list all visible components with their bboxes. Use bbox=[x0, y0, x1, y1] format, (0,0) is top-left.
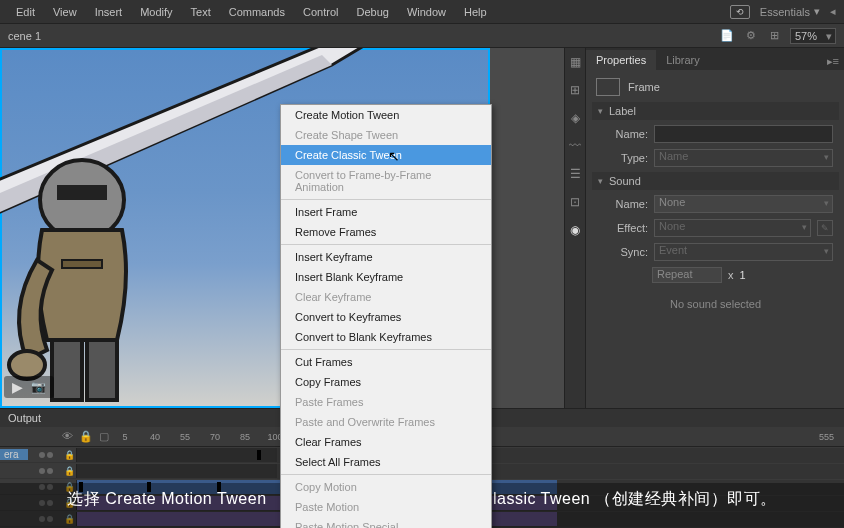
context-menu-separator bbox=[281, 199, 491, 200]
menu-commands[interactable]: Commands bbox=[221, 3, 293, 21]
section-label[interactable]: Label bbox=[592, 102, 839, 120]
context-menu-item[interactable]: Create Classic Tween bbox=[281, 145, 491, 165]
context-menu-item[interactable]: Convert to Keyframes bbox=[281, 307, 491, 327]
dock-icon-6[interactable]: ⊡ bbox=[565, 192, 585, 212]
scene-bar: cene 1 📄 ⚙ ⊞ 57% bbox=[0, 24, 844, 48]
context-menu-item: Paste Motion bbox=[281, 497, 491, 517]
menu-items: Edit View Insert Modify Text Commands Co… bbox=[8, 3, 495, 21]
scene-name[interactable]: cene 1 bbox=[8, 30, 41, 42]
label-name-row: Name: bbox=[592, 122, 839, 146]
menu-right: ⟲ Essentials ▾ ◂ bbox=[730, 5, 836, 19]
context-menu-item[interactable]: Insert Keyframe bbox=[281, 247, 491, 267]
effect-edit-icon[interactable]: ✎ bbox=[817, 220, 833, 236]
context-menu-item: Convert to Frame-by-Frame Animation bbox=[281, 165, 491, 197]
menu-debug[interactable]: Debug bbox=[348, 3, 396, 21]
ruler-mark: 85 bbox=[230, 432, 260, 442]
layer-name[interactable]: era bbox=[0, 449, 28, 460]
context-menu-item: Create Shape Tween bbox=[281, 125, 491, 145]
dock-icon-2[interactable]: ⊞ bbox=[565, 80, 585, 100]
menu-control[interactable]: Control bbox=[295, 3, 346, 21]
context-menu: Create Motion TweenCreate Shape TweenCre… bbox=[280, 104, 492, 528]
tab-library[interactable]: Library bbox=[656, 50, 710, 70]
label-type-row: Type: Name bbox=[592, 146, 839, 170]
context-menu-separator bbox=[281, 474, 491, 475]
edit-symbol-icon[interactable]: ⚙ bbox=[742, 28, 760, 44]
label-type-select[interactable]: Name bbox=[654, 149, 833, 167]
sound-sync-select[interactable]: Event bbox=[654, 243, 833, 261]
context-menu-separator bbox=[281, 349, 491, 350]
context-menu-item[interactable]: Create Motion Tween bbox=[281, 105, 491, 125]
workspace-selector[interactable]: Essentials ▾ bbox=[760, 5, 820, 18]
sound-name-row: Name: None bbox=[592, 192, 839, 216]
dock-icon-cc[interactable]: ◉ bbox=[565, 220, 585, 240]
ruler-mark: 5 bbox=[110, 432, 140, 442]
menu-window[interactable]: Window bbox=[399, 3, 454, 21]
sound-repeat-row: Repeat x 1 bbox=[592, 264, 839, 286]
knight-artwork bbox=[0, 150, 162, 408]
section-sound[interactable]: Sound bbox=[592, 172, 839, 190]
context-menu-item[interactable]: Select All Frames bbox=[281, 452, 491, 472]
sound-name-select[interactable]: None bbox=[654, 195, 833, 213]
fit-icon[interactable]: ⊞ bbox=[766, 28, 784, 44]
menu-view[interactable]: View bbox=[45, 3, 85, 21]
dock-icon-strip: ▦ ⊞ ◈ 〰 ☰ ⊡ ◉ bbox=[565, 48, 586, 408]
ruler-mark: 40 bbox=[140, 432, 170, 442]
dock-icon-4[interactable]: 〰 bbox=[565, 136, 585, 156]
menu-bar: Edit View Insert Modify Text Commands Co… bbox=[0, 0, 844, 24]
sound-sync-label: Sync: bbox=[598, 246, 648, 258]
frame-icon bbox=[596, 78, 620, 96]
repeat-count[interactable]: 1 bbox=[740, 269, 746, 281]
context-menu-item[interactable]: Cut Frames bbox=[281, 352, 491, 372]
ruler-mark: 55 bbox=[170, 432, 200, 442]
lock-icon[interactable]: 🔒 bbox=[64, 466, 76, 476]
tab-properties[interactable]: Properties bbox=[586, 50, 656, 70]
camera-icon[interactable]: 📷 bbox=[31, 380, 46, 394]
repeat-x-label: x bbox=[728, 269, 734, 281]
context-menu-item[interactable]: Convert to Blank Keyframes bbox=[281, 327, 491, 347]
sound-effect-select[interactable]: None bbox=[654, 219, 811, 237]
zoom-select[interactable]: 57% bbox=[790, 28, 836, 44]
menu-text[interactable]: Text bbox=[183, 3, 219, 21]
svg-point-4 bbox=[9, 351, 45, 379]
context-menu-item[interactable]: Copy Frames bbox=[281, 372, 491, 392]
context-menu-item[interactable]: Remove Frames bbox=[281, 222, 491, 242]
context-menu-item: Paste Motion Special... bbox=[281, 517, 491, 528]
menu-modify[interactable]: Modify bbox=[132, 3, 180, 21]
label-type-label: Type: bbox=[598, 152, 648, 164]
context-menu-item: Clear Keyframe bbox=[281, 287, 491, 307]
object-type-row: Frame bbox=[592, 74, 839, 100]
sound-effect-label: Effect: bbox=[598, 222, 648, 234]
menu-edit[interactable]: Edit bbox=[8, 3, 43, 21]
ruler-right: 555 bbox=[819, 432, 834, 442]
context-menu-item[interactable]: Insert Frame bbox=[281, 202, 491, 222]
sync-settings-icon[interactable]: ⟲ bbox=[730, 5, 750, 19]
lock-icon[interactable]: 🔒 bbox=[64, 450, 76, 460]
edit-scene-icon[interactable]: 📄 bbox=[718, 28, 736, 44]
stage-play-controls: ▶ 📷 bbox=[4, 376, 54, 398]
ruler-mark: 70 bbox=[200, 432, 230, 442]
label-name-input[interactable] bbox=[654, 125, 833, 143]
panel-tabs: Properties Library ▸≡ bbox=[586, 48, 844, 70]
dock-icon-5[interactable]: ☰ bbox=[565, 164, 585, 184]
no-sound-label: No sound selected bbox=[592, 298, 839, 310]
search-toggle[interactable]: ◂ bbox=[830, 5, 836, 18]
play-button-icon[interactable]: ▶ bbox=[12, 379, 23, 395]
outline-column-icon[interactable]: ▢ bbox=[99, 430, 109, 443]
context-menu-item: Copy Motion bbox=[281, 477, 491, 497]
context-menu-item[interactable]: Insert Blank Keyframe bbox=[281, 267, 491, 287]
context-menu-item: Paste Frames bbox=[281, 392, 491, 412]
workspace-label: Essentials bbox=[760, 6, 810, 18]
context-menu-item[interactable]: Clear Frames bbox=[281, 432, 491, 452]
eye-icon[interactable]: 👁 bbox=[62, 430, 73, 443]
menu-help[interactable]: Help bbox=[456, 3, 495, 21]
dock-icon-1[interactable]: ▦ bbox=[565, 52, 585, 72]
sound-repeat-select[interactable]: Repeat bbox=[652, 267, 722, 283]
lock-column-icon[interactable]: 🔒 bbox=[79, 430, 93, 443]
context-menu-item: Paste and Overwrite Frames bbox=[281, 412, 491, 432]
label-name-label: Name: bbox=[598, 128, 648, 140]
panel-menu-icon[interactable]: ▸≡ bbox=[821, 53, 844, 70]
dock-icon-3[interactable]: ◈ bbox=[565, 108, 585, 128]
menu-insert[interactable]: Insert bbox=[87, 3, 131, 21]
chevron-down-icon: ▾ bbox=[814, 5, 820, 18]
context-menu-separator bbox=[281, 244, 491, 245]
